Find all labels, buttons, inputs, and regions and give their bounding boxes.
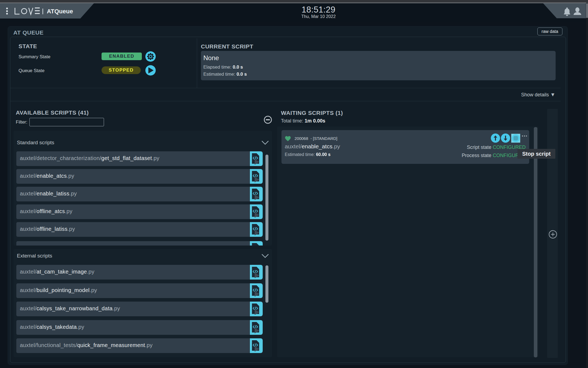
svg-text:ATQueue: ATQueue (47, 8, 73, 15)
